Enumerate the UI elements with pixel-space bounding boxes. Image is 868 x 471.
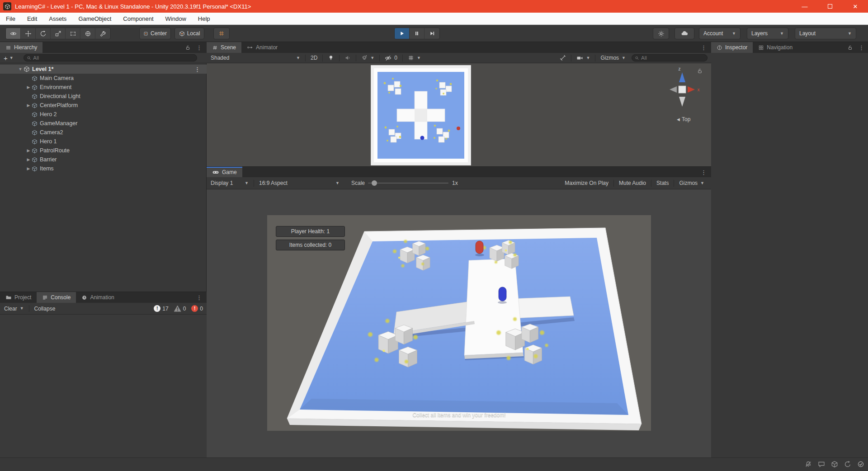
mute-audio-toggle[interactable]: Mute Audio bbox=[616, 177, 649, 189]
create-add-button[interactable]: + bbox=[4, 54, 8, 62]
scene-lighting-button[interactable] bbox=[325, 53, 337, 63]
tab-scene[interactable]: Scene bbox=[207, 42, 241, 53]
stats-toggle[interactable]: Stats bbox=[653, 177, 672, 189]
tab-inspector[interactable]: Inspector bbox=[711, 42, 753, 53]
step-button-icon[interactable] bbox=[425, 28, 439, 39]
scene-camera-dropdown[interactable]: ▼ bbox=[573, 53, 593, 63]
maximize-on-play-toggle[interactable]: Maximize On Play bbox=[561, 177, 612, 189]
scene-gizmos-dropdown[interactable]: Gizmos ▼ bbox=[597, 53, 629, 63]
menu-edit[interactable]: Edit bbox=[21, 13, 43, 24]
pivot-toggle-button[interactable]: Center bbox=[139, 28, 171, 39]
hierarchy-item[interactable]: ▶Barrier bbox=[0, 155, 207, 164]
notifications-muted-icon[interactable] bbox=[805, 461, 812, 468]
hierarchy-item[interactable]: ▶Hero 2 bbox=[0, 110, 207, 119]
hierarchy-item[interactable]: ▶GameManager bbox=[0, 119, 207, 128]
refresh-icon[interactable] bbox=[844, 461, 851, 468]
tab-animator[interactable]: Animator bbox=[241, 42, 283, 53]
items-collected-button[interactable]: Items collected: 0 bbox=[276, 240, 345, 250]
layout-dropdown[interactable]: Layout▼ bbox=[795, 28, 856, 39]
kebab-menu-icon[interactable]: ⋮ bbox=[859, 45, 864, 51]
maximize-button-icon[interactable] bbox=[817, 0, 843, 13]
scene-tools-button[interactable] bbox=[557, 53, 569, 63]
close-button-icon[interactable]: ✕ bbox=[843, 0, 868, 13]
hierarchy-item[interactable]: ▶CenterPlatform bbox=[0, 101, 207, 110]
move-tool-icon[interactable] bbox=[21, 28, 36, 39]
2d-toggle-button[interactable]: 2D bbox=[307, 53, 321, 63]
lock-icon[interactable] bbox=[185, 45, 191, 51]
collapse-arrow-icon[interactable]: ▼ bbox=[17, 67, 24, 71]
scene-search-input[interactable] bbox=[641, 55, 704, 61]
menu-assets[interactable]: Assets bbox=[43, 13, 72, 24]
console-log-area[interactable] bbox=[0, 315, 207, 471]
player-health-button[interactable]: Player Health: 1 bbox=[276, 226, 345, 237]
warning-count-toggle[interactable]: !0 bbox=[174, 306, 186, 312]
hierarchy-item[interactable]: ▶Items bbox=[0, 164, 207, 173]
account-dropdown[interactable]: Account▼ bbox=[699, 28, 741, 39]
log-count-toggle[interactable]: !17 bbox=[154, 305, 168, 312]
kebab-menu-icon[interactable]: ⋮ bbox=[701, 45, 707, 51]
menu-file[interactable]: File bbox=[0, 13, 21, 24]
scene-audio-button[interactable] bbox=[341, 53, 354, 63]
expand-arrow-icon[interactable]: ▶ bbox=[25, 166, 32, 171]
hidden-objects-button[interactable]: 0 bbox=[382, 53, 401, 63]
pivot-rotation-toggle-button[interactable]: Local bbox=[175, 28, 204, 39]
scale-slider-knob[interactable] bbox=[372, 180, 377, 186]
scene-orientation-gizmo[interactable]: z x ◄ Top bbox=[659, 64, 708, 132]
shading-mode-dropdown[interactable]: Shaded▼ bbox=[208, 53, 303, 63]
menu-help[interactable]: Help bbox=[192, 13, 216, 24]
kebab-menu-icon[interactable]: ⋮ bbox=[196, 45, 202, 51]
game-gizmos-dropdown[interactable]: Gizmos▼ bbox=[676, 177, 708, 189]
hierarchy-item[interactable]: ▶Directional Light bbox=[0, 92, 207, 101]
cloud-services-button[interactable] bbox=[675, 28, 694, 39]
hierarchy-item[interactable]: ▶Camera2 bbox=[0, 128, 207, 137]
scene-search[interactable] bbox=[632, 54, 708, 61]
tab-game[interactable]: Game bbox=[207, 167, 242, 177]
view-tool-icon[interactable] bbox=[6, 28, 21, 39]
display-dropdown[interactable]: Display 1▼ bbox=[208, 177, 252, 189]
tab-navigation[interactable]: Navigation bbox=[753, 42, 798, 53]
tab-project[interactable]: Project bbox=[0, 292, 37, 303]
tab-animation[interactable]: Animation bbox=[76, 292, 119, 303]
grid-visibility-dropdown[interactable]: ▼ bbox=[405, 53, 424, 63]
chevron-down-icon[interactable]: ▼ bbox=[9, 56, 14, 60]
rotate-tool-icon[interactable] bbox=[36, 28, 51, 39]
grid-snap-button[interactable] bbox=[213, 28, 230, 39]
tab-hierarchy[interactable]: Hierarchy bbox=[0, 42, 42, 53]
kebab-menu-icon[interactable]: ⋮ bbox=[194, 66, 200, 72]
minimize-button-icon[interactable]: — bbox=[792, 0, 817, 13]
hierarchy-search-input[interactable] bbox=[33, 55, 193, 61]
lock-icon[interactable] bbox=[847, 45, 853, 51]
hierarchy-item[interactable]: ▶Hero 1 bbox=[0, 137, 207, 146]
kebab-menu-icon[interactable]: ⋮ bbox=[701, 170, 707, 175]
game-viewport[interactable]: Player Health: 1 Items collected: 0 Coll… bbox=[207, 189, 711, 457]
scene-viewport[interactable]: z x ◄ Top bbox=[207, 63, 711, 166]
menu-gameobject[interactable]: GameObject bbox=[72, 13, 117, 24]
hierarchy-item[interactable]: ▶Main Camera bbox=[0, 74, 207, 83]
layers-dropdown[interactable]: Layers▼ bbox=[747, 28, 788, 39]
error-count-toggle[interactable]: !0 bbox=[191, 305, 203, 312]
expand-arrow-icon[interactable]: ▶ bbox=[25, 148, 32, 153]
effects-dropdown[interactable]: ▼ bbox=[358, 53, 377, 63]
kebab-menu-icon[interactable]: ⋮ bbox=[196, 295, 202, 301]
activity-chat-icon[interactable] bbox=[818, 461, 825, 468]
clear-button[interactable]: Clear ▼ bbox=[1, 303, 27, 314]
tab-console[interactable]: Console bbox=[37, 292, 76, 303]
expand-arrow-icon[interactable]: ▶ bbox=[25, 103, 32, 108]
background-tasks-done-icon[interactable] bbox=[857, 461, 864, 468]
hierarchy-item[interactable]: ▶Environment bbox=[0, 83, 207, 92]
aspect-ratio-dropdown[interactable]: 16:9 Aspect▼ bbox=[256, 177, 343, 189]
progress-indicator-button[interactable] bbox=[653, 28, 669, 39]
custom-tool-icon[interactable] bbox=[95, 28, 110, 39]
rect-tool-icon[interactable] bbox=[66, 28, 80, 39]
hierarchy-item[interactable]: ▶PatrolRoute bbox=[0, 146, 207, 155]
transform-tool-icon[interactable] bbox=[80, 28, 95, 39]
expand-arrow-icon[interactable]: ▶ bbox=[25, 157, 32, 162]
menu-window[interactable]: Window bbox=[160, 13, 192, 24]
collapse-button[interactable]: Collapse bbox=[31, 303, 59, 314]
pause-button-icon[interactable] bbox=[410, 28, 425, 39]
expand-arrow-icon[interactable]: ▶ bbox=[25, 85, 32, 89]
play-button-icon[interactable] bbox=[395, 28, 410, 39]
scale-slider[interactable] bbox=[368, 183, 448, 184]
scale-tool-icon[interactable] bbox=[51, 28, 66, 39]
menu-component[interactable]: Component bbox=[117, 13, 159, 24]
